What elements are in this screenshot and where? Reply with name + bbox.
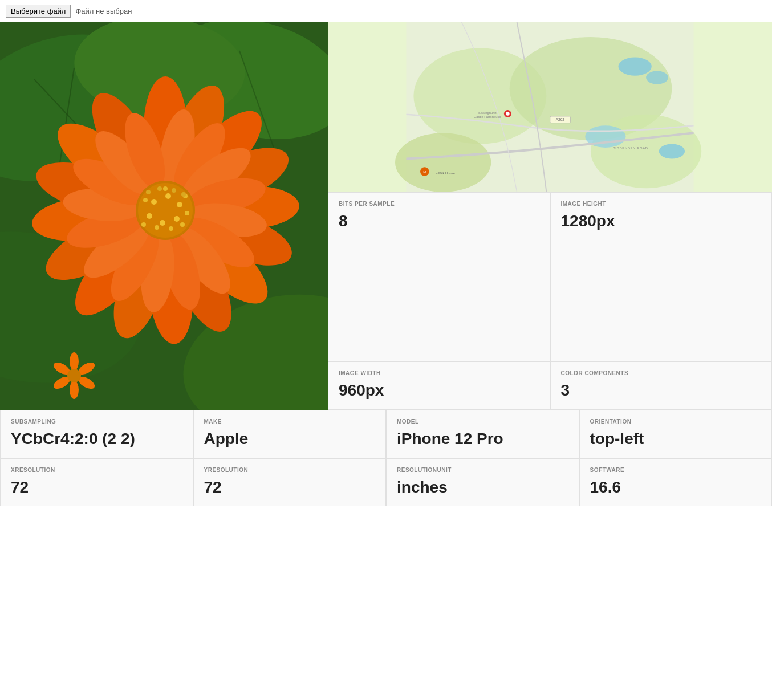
- file-status-label: Файл не выбран: [75, 7, 132, 15]
- metadata-row-1: SUBSAMPLING YCbCr4:2:0 (2 2) MAKE Apple …: [0, 410, 772, 458]
- svg-text:A262: A262: [556, 117, 565, 121]
- software-value: 16.6: [590, 478, 762, 497]
- subsampling-cell: SUBSAMPLING YCbCr4:2:0 (2 2): [0, 410, 193, 458]
- svg-point-43: [151, 199, 157, 205]
- resolutionunit-label: RESOLUTIONUNIT: [397, 467, 568, 473]
- svg-point-83: [506, 112, 509, 115]
- svg-point-57: [157, 186, 162, 191]
- model-cell: MODEL iPhone 12 Pro: [386, 410, 579, 458]
- xresolution-label: XRESOLUTION: [11, 467, 182, 473]
- right-panel: A262 BIDDENDEN ROAD Sissinghurst Castle …: [328, 22, 772, 410]
- svg-point-53: [143, 198, 148, 202]
- bits-per-sample-label: BITS PER SAMPLE: [339, 201, 539, 207]
- orientation-label: ORIENTATION: [590, 418, 762, 425]
- resolutionunit-cell: RESOLUTIONUNIT inches: [386, 458, 579, 507]
- software-label: SOFTWARE: [590, 467, 762, 473]
- svg-point-61: [70, 352, 79, 371]
- image-width-cell: IMAGE WIDTH 960px: [328, 361, 550, 410]
- svg-text:e Milk House: e Milk House: [436, 172, 455, 175]
- svg-point-46: [174, 216, 180, 222]
- svg-point-72: [395, 133, 491, 192]
- svg-point-48: [147, 213, 152, 219]
- image-height-value: 1280px: [561, 211, 762, 231]
- svg-point-59: [181, 192, 186, 197]
- yresolution-cell: YRESOLUTION 72: [193, 458, 387, 507]
- resolutionunit-value: inches: [397, 478, 568, 497]
- model-label: MODEL: [397, 418, 568, 425]
- xresolution-value: 72: [11, 478, 182, 497]
- metadata-row-2: XRESOLUTION 72 YRESOLUTION 72 RESOLUTION…: [0, 458, 772, 507]
- top-section: A262 BIDDENDEN ROAD Sissinghurst Castle …: [0, 22, 772, 410]
- right-info-top: BITS PER SAMPLE 8 IMAGE HEIGHT 1280px: [328, 192, 772, 362]
- svg-point-45: [177, 202, 182, 207]
- svg-point-58: [172, 188, 176, 193]
- svg-point-49: [155, 225, 159, 230]
- svg-point-47: [160, 220, 165, 226]
- top-bar: Выберите файл Файл не выбран: [0, 0, 772, 22]
- image-width-label: IMAGE WIDTH: [339, 370, 539, 376]
- svg-point-64: [70, 381, 79, 399]
- svg-point-56: [185, 211, 189, 215]
- image-height-label: IMAGE HEIGHT: [561, 201, 762, 207]
- file-choose-button[interactable]: Выберите файл: [6, 5, 71, 18]
- right-info-bottom: IMAGE WIDTH 960px COLOR COMPONENTS 3: [328, 361, 772, 410]
- map-container: A262 BIDDENDEN ROAD Sissinghurst Castle …: [328, 22, 772, 192]
- svg-point-51: [180, 222, 185, 227]
- subsampling-value: YCbCr4:2:0 (2 2): [11, 429, 182, 449]
- color-components-value: 3: [561, 381, 762, 400]
- svg-point-60: [146, 190, 151, 194]
- svg-point-67: [67, 369, 81, 382]
- subsampling-label: SUBSAMPLING: [11, 418, 182, 425]
- svg-point-74: [646, 71, 668, 84]
- bits-per-sample-value: 8: [339, 211, 539, 231]
- color-components-cell: COLOR COMPONENTS 3: [550, 361, 773, 410]
- image-height-cell: IMAGE HEIGHT 1280px: [550, 192, 773, 362]
- flower-image-container: [0, 22, 328, 410]
- image-width-value: 960px: [339, 381, 539, 400]
- svg-text:M: M: [423, 170, 426, 174]
- svg-point-50: [169, 226, 173, 231]
- flower-image: [0, 22, 328, 410]
- make-cell: MAKE Apple: [193, 410, 387, 458]
- orientation-value: top-left: [590, 429, 762, 449]
- color-components-label: COLOR COMPONENTS: [561, 370, 762, 376]
- svg-text:Castle Farmhouse: Castle Farmhouse: [474, 115, 501, 119]
- software-cell: SOFTWARE 16.6: [579, 458, 773, 507]
- svg-point-75: [659, 144, 685, 159]
- svg-point-73: [619, 57, 652, 75]
- bits-per-sample-cell: BITS PER SAMPLE 8: [328, 192, 550, 362]
- svg-point-55: [163, 186, 168, 191]
- make-value: Apple: [204, 429, 376, 449]
- xresolution-cell: XRESOLUTION 72: [0, 458, 193, 507]
- model-value: iPhone 12 Pro: [397, 429, 568, 449]
- yresolution-label: YRESOLUTION: [204, 467, 376, 473]
- yresolution-value: 72: [204, 478, 376, 497]
- svg-text:BIDDENDEN ROAD: BIDDENDEN ROAD: [613, 146, 648, 150]
- svg-point-54: [141, 222, 146, 227]
- main-content: A262 BIDDENDEN ROAD Sissinghurst Castle …: [0, 22, 772, 506]
- make-label: MAKE: [204, 418, 376, 425]
- svg-point-44: [165, 193, 171, 199]
- orientation-cell: ORIENTATION top-left: [579, 410, 773, 458]
- svg-text:Sissinghurst: Sissinghurst: [478, 111, 497, 115]
